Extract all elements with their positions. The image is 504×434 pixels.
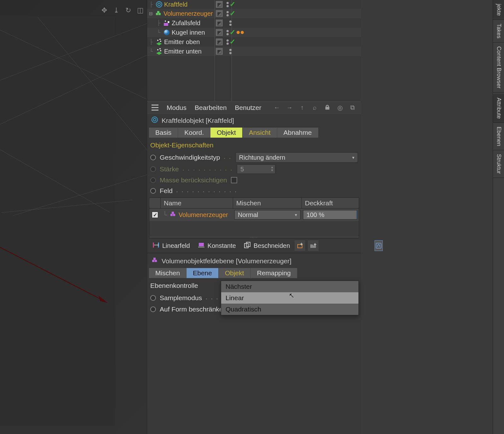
object-label[interactable]: Emitter unten [164,48,202,55]
mix-dropdown[interactable]: Normal▾ [234,210,301,220]
menu-item[interactable]: Quadratisch [221,304,358,315]
anim-dot[interactable] [150,177,156,183]
tab-ebene[interactable]: Ebene [186,268,219,278]
move-icon[interactable]: ✥ [100,6,109,15]
viewport[interactable]: ✥ ⤓ ↻ ◫ [0,0,147,434]
render-toggle[interactable]: ✓ [224,0,237,9]
menu-modus[interactable]: Modus [167,104,186,111]
tab-abnahme[interactable]: Abnahme [277,128,318,138]
speedtype-dropdown[interactable]: Richtung ändern ▾ [236,152,358,163]
refresh-icon[interactable]: ↻ [123,6,133,15]
anim-dot[interactable] [150,166,156,172]
maximize-icon[interactable]: ◫ [135,6,145,15]
preset-icon[interactable] [375,240,383,251]
samplemode-menu[interactable]: Nächster Linear Quadratisch [221,281,359,315]
visibility-toggle[interactable]: ◩ [216,10,223,17]
visibility-toggle[interactable]: ◩ [216,38,223,45]
hamburger-icon[interactable] [152,105,158,111]
svg-rect-28 [170,214,173,216]
btn-beschneiden[interactable]: Beschneiden [240,240,293,252]
tab-objekt2[interactable]: Objekt [219,268,251,278]
svg-rect-14 [164,23,168,26]
object-manager[interactable]: ├ Kraftfeld ◩ ✓ ⊟ Volumenerzeuger ◩ ✓ [147,0,361,101]
rtab-content-browser[interactable]: Content Browser [493,43,504,93]
prop-label: Auf Form beschränken [160,306,226,313]
menu-item[interactable]: Linear [221,292,358,304]
render-toggle[interactable]: ✓ [224,28,237,37]
render-toggle[interactable]: ✓ [224,38,237,46]
menu-benutzer[interactable]: Benutzer [235,104,261,111]
tab-koord[interactable]: Koord. [178,128,210,138]
tree-line: ├ [148,2,154,7]
add-folder-icon[interactable] [308,240,318,251]
nav-up-icon[interactable]: ↑ [298,104,306,111]
tab-mischen[interactable]: Mischen [149,268,186,278]
object-label[interactable]: Kraftfeld [164,1,187,8]
om-row[interactable]: ├ Kraftfeld ◩ ✓ [147,0,361,9]
material-tag[interactable] [237,31,246,34]
tree-line: ├ [148,39,154,45]
lock-icon[interactable]: 🔒︎ [323,104,331,111]
visibility-toggle[interactable]: ◩ [216,20,223,26]
rtab-ebenen[interactable]: Ebenen [493,123,504,150]
menu-item[interactable]: Nächster [221,281,358,292]
object-label[interactable]: Volumenerzeuger [163,10,213,17]
col-opacity[interactable]: Deckkraft [302,198,359,208]
svg-point-16 [165,20,166,22]
visibility-toggle[interactable]: ◩ [216,29,223,36]
om-row[interactable]: └ Kugel innen ◩ ✓ [147,28,361,37]
drag-handle[interactable]: ····· [149,236,359,238]
nav-back-icon[interactable]: ← [273,104,281,111]
anim-dot[interactable] [150,295,156,301]
render-toggle[interactable] [224,48,237,55]
tab-ansicht[interactable]: Ansicht [243,128,277,138]
col-mix[interactable]: Mischen [233,198,302,208]
tab-objekt[interactable]: Objekt [210,128,243,138]
object-label[interactable]: Emitter oben [164,38,200,46]
object-label[interactable]: Zufallsfeld [172,20,200,27]
rtab-objekte[interactable]: jekte [493,0,504,20]
visibility-toggle[interactable]: ◩ [216,1,223,8]
tab-remapping[interactable]: Remapping [251,268,297,278]
target-icon[interactable]: ◎ [336,104,344,111]
rtab-attribute[interactable]: Attribute [493,94,504,123]
menu-bearbeiten[interactable]: Bearbeiten [195,104,227,111]
input-value: 5 [240,166,244,173]
anim-dot[interactable] [150,306,156,312]
dots: . . [224,154,232,161]
field-table-empty[interactable] [149,221,359,236]
anim-dot[interactable] [150,188,156,194]
collapse-icon[interactable]: ⊟ [148,11,153,16]
svg-marker-8 [98,295,108,303]
new-window-icon[interactable]: ⧉ [348,104,357,111]
visibility-toggle[interactable]: ◩ [216,48,223,55]
om-row[interactable]: ├ Emitter oben ◩ ✓ [147,37,361,47]
rtab-takes[interactable]: Takes [493,20,504,43]
nav-fwd-icon[interactable]: → [285,104,294,111]
row-name[interactable]: Volumenerzeuger [179,211,228,219]
om-row[interactable]: └ Emitter unten ◩ [147,47,361,56]
btn-konstante[interactable]: Konstante [194,240,239,252]
btn-linearfeld[interactable]: Linearfeld [149,240,193,252]
search-icon[interactable]: ⌕ [311,104,319,111]
tabs-ebene: Mischen Ebene Objekt Remapping [147,267,361,281]
svg-point-15 [168,21,169,23]
rtab-struktur[interactable]: Struktur [493,150,504,178]
row-enable-checkbox[interactable]: ✓ [152,212,158,218]
anim-dot[interactable] [150,155,156,160]
render-toggle[interactable]: ✓ [224,9,237,18]
dock-down-icon[interactable]: ⤓ [112,6,121,15]
spinner-icon[interactable]: ▴▾ [271,165,273,172]
mass-checkbox[interactable] [231,177,237,183]
render-toggle[interactable] [224,20,237,26]
om-row[interactable]: ⊟ Volumenerzeuger ◩ ✓ [147,9,361,18]
add-layer-icon[interactable] [295,240,305,251]
opacity-input[interactable]: 100 % [303,210,358,220]
field-table-row[interactable]: ✓ └ Volumenerzeuger Normal▾ 100 % [149,208,359,221]
tab-basis[interactable]: Basis [149,128,178,138]
object-label[interactable]: Kugel innen [172,29,205,36]
strength-input[interactable]: 5 ▴▾ [237,164,275,174]
svg-point-10 [158,3,160,6]
col-name[interactable]: Name [161,198,233,208]
om-row[interactable]: ├ Zufallsfeld ◩ [147,18,361,28]
